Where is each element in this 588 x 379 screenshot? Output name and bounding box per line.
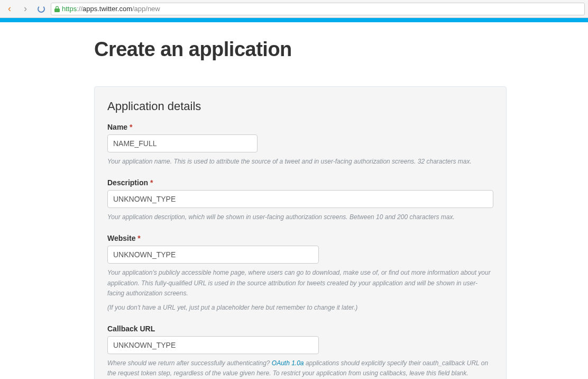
forward-button[interactable]: › [19, 3, 32, 15]
back-button[interactable]: ‹ [3, 3, 16, 15]
description-input[interactable] [107, 190, 493, 208]
page-title: Create an application [94, 38, 507, 61]
reload-icon [38, 5, 45, 13]
required-mark: * [137, 234, 140, 242]
field-name: Name * Your application name. This is us… [107, 123, 493, 167]
page-body: Create an application Application detail… [0, 22, 588, 379]
callback-input[interactable] [107, 336, 319, 354]
reload-button[interactable] [35, 3, 48, 15]
lock-icon [54, 6, 60, 12]
required-mark: * [130, 123, 132, 131]
field-website: Website * Your application's publicly ac… [107, 234, 493, 313]
address-bar[interactable]: https://apps.twitter.com/app/new [51, 3, 585, 15]
brand-top-bar [0, 18, 588, 22]
label-callback: Callback URL [107, 324, 493, 333]
label-website: Website * [107, 234, 493, 242]
panel-heading: Application details [107, 100, 493, 113]
help-name: Your application name. This is used to a… [107, 157, 493, 167]
help-website-1: Your application's publicly accessible h… [107, 268, 493, 299]
oauth-link[interactable]: OAuth 1.0a [272, 359, 304, 367]
help-website-2: (If you don't have a URL yet, just put a… [107, 303, 493, 313]
chevron-right-icon: › [24, 3, 27, 14]
required-mark: * [150, 178, 153, 187]
chevron-left-icon: ‹ [8, 3, 11, 14]
name-input[interactable] [107, 134, 258, 152]
browser-toolbar: ‹ › https://apps.twitter.com/app/new [0, 0, 588, 18]
label-name: Name * [107, 123, 493, 131]
help-description: Your application description, which will… [107, 212, 493, 222]
website-input[interactable] [107, 246, 319, 264]
label-description: Description * [107, 178, 493, 187]
url-text: https://apps.twitter.com/app/new [62, 5, 160, 13]
field-callback: Callback URL Where should we return afte… [107, 324, 493, 378]
field-description: Description * Your application descripti… [107, 178, 493, 222]
help-callback: Where should we return after successfull… [107, 358, 493, 378]
application-details-panel: Application details Name * Your applicat… [94, 86, 507, 379]
